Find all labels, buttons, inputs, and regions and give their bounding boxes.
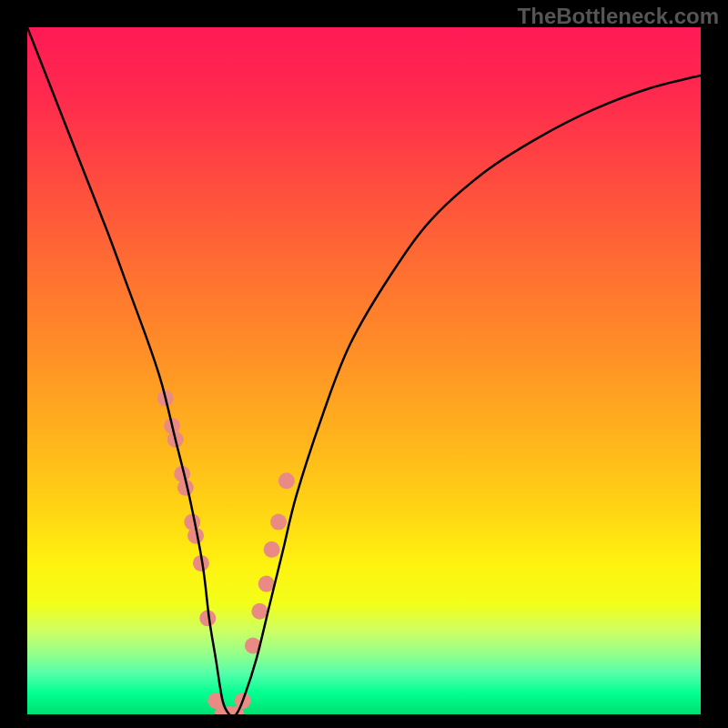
highlight-dot	[278, 472, 295, 489]
curve-layer	[27, 27, 701, 714]
bottleneck-curve	[27, 27, 701, 714]
highlight-dot	[251, 603, 268, 620]
highlight-dot	[258, 576, 275, 592]
chart-frame: TheBottleneck.com	[0, 0, 728, 728]
highlight-dot	[270, 514, 287, 531]
highlight-dot	[184, 514, 200, 531]
watermark-text: TheBottleneck.com	[518, 4, 719, 29]
plot-area	[27, 27, 701, 714]
highlight-dots	[157, 390, 295, 714]
highlight-dot	[264, 541, 280, 558]
